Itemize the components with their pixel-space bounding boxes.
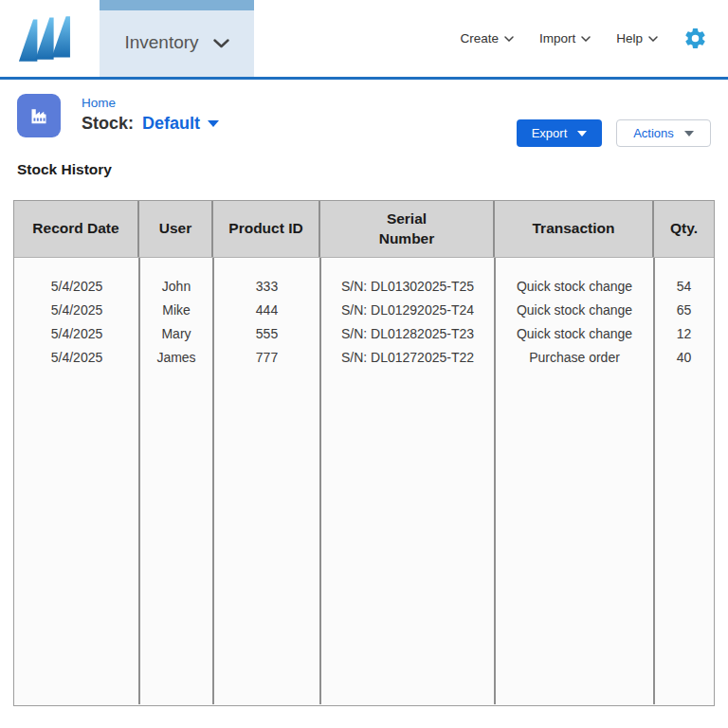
cell-qty: 12 [654, 326, 714, 341]
column-divider [138, 258, 140, 704]
tab-inventory-label: Inventory [124, 25, 198, 53]
cell-qty: 40 [654, 350, 714, 365]
cell-user: Mary [139, 326, 213, 341]
export-button[interactable]: Export [517, 119, 602, 147]
cell-product-id: 444 [213, 302, 320, 318]
cell-record-date: 5/4/2025 [14, 326, 139, 341]
column-divider [319, 258, 321, 704]
table-header-row: Record Date User Product ID Serial Numbe… [14, 201, 714, 258]
cell-user: James [139, 350, 213, 365]
actions-button[interactable]: Actions [616, 119, 711, 147]
breadcrumb-home-link[interactable]: Home [82, 96, 116, 110]
column-header-qty[interactable]: Qty. [654, 201, 714, 257]
cell-transaction: Purchase order [495, 350, 654, 365]
cell-serial-number: S/N: DL01292025-T24 [320, 302, 495, 318]
column-divider [212, 258, 214, 704]
column-header-user[interactable]: User [139, 201, 213, 257]
page-title: Stock History [17, 161, 728, 178]
dropdown-triangle-icon [684, 131, 694, 136]
cell-product-id: 333 [213, 279, 320, 294]
stock-label: Stock: [82, 114, 134, 134]
settings-gear-icon[interactable] [683, 27, 707, 50]
menu-import[interactable]: Import [539, 31, 591, 46]
menu-create[interactable]: Create [460, 31, 514, 46]
stock-value-label: Default [142, 114, 200, 134]
cell-record-date: 5/4/2025 [14, 279, 139, 294]
chevron-down-icon [213, 26, 229, 52]
stock-selector-row: Stock: Default [82, 114, 219, 134]
column-header-product-id[interactable]: Product ID [213, 201, 320, 257]
tab-active-indicator [100, 0, 254, 10]
table-row[interactable]: 5/4/2025 James 777 S/N: DL01272025-T22 P… [14, 345, 714, 369]
cell-serial-number: S/N: DL01302025-T25 [320, 279, 495, 294]
cell-transaction: Quick stock change [495, 302, 654, 318]
cell-product-id: 777 [213, 350, 320, 365]
column-header-record-date[interactable]: Record Date [14, 201, 139, 257]
toolbar-buttons: Export Actions [517, 119, 711, 147]
column-divider [494, 258, 496, 704]
chevron-down-icon [504, 36, 514, 42]
menu-help[interactable]: Help [616, 31, 658, 46]
main-content: Home Stock: Default Export Actions Stock… [0, 94, 728, 706]
cell-user: Mike [139, 302, 213, 318]
dropdown-triangle-icon [577, 131, 587, 136]
table-row[interactable]: 5/4/2025 John 333 S/N: DL01302025-T25 Qu… [14, 274, 714, 298]
stock-history-table: Record Date User Product ID Serial Numbe… [13, 200, 715, 706]
menu-create-label: Create [460, 31, 499, 46]
tab-inventory[interactable]: Inventory [100, 0, 254, 77]
column-divider [653, 258, 655, 704]
cell-product-id: 555 [213, 326, 320, 341]
menu-help-label: Help [616, 31, 643, 46]
cell-qty: 65 [654, 302, 714, 318]
cell-serial-number: S/N: DL01272025-T22 [320, 350, 495, 365]
chevron-down-icon [581, 36, 591, 42]
brand-logo-icon[interactable] [16, 12, 75, 67]
breadcrumb-text: Home Stock: Default [82, 94, 219, 137]
cell-transaction: Quick stock change [495, 326, 654, 341]
stock-value-dropdown[interactable]: Default [142, 114, 219, 134]
cell-user: John [139, 279, 213, 294]
chevron-down-icon [648, 36, 658, 42]
menu-import-label: Import [539, 31, 575, 46]
column-header-serial-number[interactable]: Serial Number [320, 201, 495, 257]
cell-transaction: Quick stock change [495, 279, 654, 294]
header-divider [0, 77, 728, 80]
dropdown-triangle-icon [208, 120, 219, 127]
actions-button-label: Actions [633, 126, 674, 140]
cell-serial-number: S/N: DL01282025-T23 [320, 326, 495, 341]
factory-icon [17, 94, 61, 137]
nav-menu-group: Create Import Help [460, 0, 707, 77]
cell-record-date: 5/4/2025 [14, 302, 139, 318]
cell-record-date: 5/4/2025 [14, 350, 139, 365]
table-body: 5/4/2025 John 333 S/N: DL01302025-T25 Qu… [14, 258, 714, 704]
table-row[interactable]: 5/4/2025 Mike 444 S/N: DL01292025-T24 Qu… [14, 298, 714, 321]
cell-qty: 54 [654, 279, 714, 294]
top-navigation-bar: Inventory Create Import Help [0, 0, 728, 77]
table-row[interactable]: 5/4/2025 Mary 555 S/N: DL01282025-T23 Qu… [14, 321, 714, 345]
column-header-transaction[interactable]: Transaction [495, 201, 654, 257]
export-button-label: Export [532, 126, 568, 140]
